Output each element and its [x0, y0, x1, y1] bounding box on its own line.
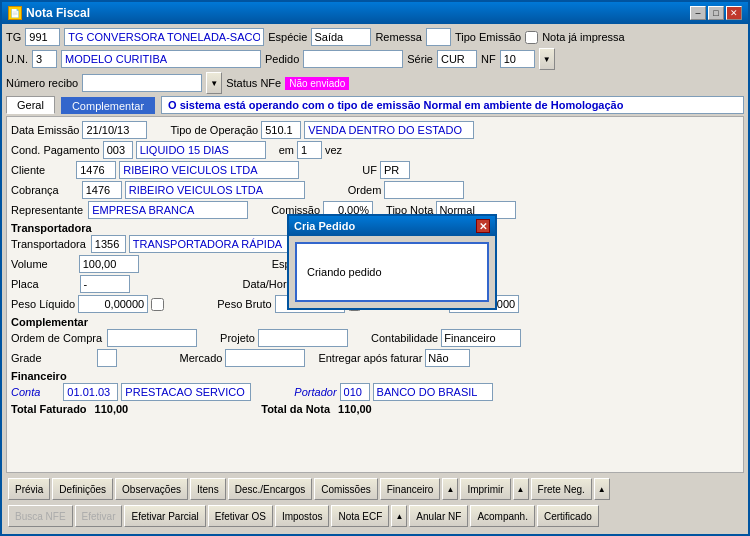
modal-title-text: Cria Pedido	[294, 220, 355, 232]
imprimir-button[interactable]: Imprimir	[460, 478, 510, 500]
top-row-2: U.N. Pedido Série NF ▼	[6, 48, 744, 70]
efetivar-os-button[interactable]: Efetivar OS	[208, 505, 273, 527]
cliente-name-input[interactable]	[119, 161, 299, 179]
tg-label: TG	[6, 31, 21, 43]
cliente-code-input[interactable]	[76, 161, 116, 179]
placa-input[interactable]	[80, 275, 130, 293]
ordem-compra-input[interactable]	[107, 329, 197, 347]
cond-pagamento-code-input[interactable]	[103, 141, 133, 159]
pedido-label: Pedido	[265, 53, 299, 65]
nota-ja-impressa-label: Nota já impressa	[542, 31, 625, 43]
data-emissao-input[interactable]	[82, 121, 147, 139]
transportadora-code-input[interactable]	[91, 235, 126, 253]
complementar-section-header: Complementar	[11, 316, 739, 328]
volume-input[interactable]	[79, 255, 139, 273]
maximize-button[interactable]: □	[708, 6, 724, 20]
tipo-operacao-code-input[interactable]	[261, 121, 301, 139]
pedido-input[interactable]	[303, 50, 403, 68]
representante-input[interactable]	[88, 201, 248, 219]
acompanh-button[interactable]: Acompanh.	[470, 505, 535, 527]
mercado-label: Mercado	[180, 352, 223, 364]
previa-button[interactable]: Prévia	[8, 478, 50, 500]
em-input[interactable]	[297, 141, 322, 159]
impostos-button[interactable]: Impostos	[275, 505, 330, 527]
cond-pagamento-name-input[interactable]	[136, 141, 266, 159]
contabilidade-label: Contabilidade	[371, 332, 438, 344]
close-button[interactable]: ✕	[726, 6, 742, 20]
ordem-input[interactable]	[384, 181, 464, 199]
busca-nfe-button[interactable]: Busca NFE	[8, 505, 73, 527]
contabilidade-dropdown[interactable]: Financeiro	[441, 329, 521, 347]
certificado-button[interactable]: Certificado	[537, 505, 599, 527]
uf-label: UF	[362, 164, 377, 176]
form-row-cliente: Cliente UF	[11, 161, 739, 179]
remessa-label: Remessa	[375, 31, 421, 43]
financeiro-button[interactable]: Financeiro	[380, 478, 441, 500]
cobranca-name-input[interactable]	[125, 181, 305, 199]
definicoes-button[interactable]: Definições	[52, 478, 113, 500]
remessa-input[interactable]	[426, 28, 451, 46]
entregar-apos-dropdown-wrapper: Não	[425, 349, 470, 367]
total-nota-label: Total da Nota	[261, 403, 330, 415]
comissoes-button[interactable]: Comissões	[314, 478, 377, 500]
itens-button[interactable]: Itens	[190, 478, 226, 500]
transportadora-name-input[interactable]	[129, 235, 289, 253]
representante-label: Representante	[11, 204, 83, 216]
peso-liquido-input[interactable]	[78, 295, 148, 313]
un-name-input[interactable]	[61, 50, 261, 68]
nf-input[interactable]	[500, 50, 535, 68]
cobranca-code-input[interactable]	[82, 181, 122, 199]
form-row-complementar: Ordem de Compra Projeto Contabilidade Fi…	[11, 329, 739, 347]
nota-ecf-button[interactable]: Nota ECF	[331, 505, 389, 527]
serie-input[interactable]	[437, 50, 477, 68]
cond-pagamento-label: Cond. Pagamento	[11, 144, 100, 156]
numero-recibo-input[interactable]	[82, 74, 202, 92]
recibo-arrow-button[interactable]: ▼	[206, 72, 222, 94]
nota-ja-impressa-checkbox[interactable]	[525, 31, 538, 44]
nota-ecf-arrow-button[interactable]: ▲	[391, 505, 407, 527]
app-icon: 📄	[8, 6, 22, 20]
projeto-input[interactable]	[258, 329, 348, 347]
modal-window: Cria Pedido ✕ Criando pedido	[287, 214, 497, 310]
tg-name-input[interactable]	[64, 28, 264, 46]
anular-nf-button[interactable]: Anular NF	[409, 505, 468, 527]
modal-close-button[interactable]: ✕	[476, 219, 490, 233]
mercado-input[interactable]	[225, 349, 305, 367]
total-nota-value: 110,00	[338, 403, 372, 415]
contabilidade-dropdown-wrapper: Financeiro	[441, 329, 521, 347]
tg-code-input[interactable]	[25, 28, 60, 46]
especie-dropdown[interactable]: Saída	[311, 28, 371, 46]
peso-liquido-checkbox[interactable]	[151, 298, 164, 311]
nf-arrow-button[interactable]: ▼	[539, 48, 555, 70]
total-faturado-label: Total Faturado	[11, 403, 87, 415]
tab-complementar[interactable]: Complementar	[61, 97, 155, 114]
tipo-operacao-name-input[interactable]	[304, 121, 474, 139]
desc-encargos-button[interactable]: Desc./Encargos	[228, 478, 313, 500]
portador-name-input[interactable]	[373, 383, 493, 401]
tipo-emissao-label: Tipo Emissão	[455, 31, 521, 43]
grade-label: Grade	[11, 352, 42, 364]
form-row-cobranca: Cobrança Ordem	[11, 181, 739, 199]
form-row-financeiro: Conta Portador	[11, 383, 739, 401]
portador-code-input[interactable]	[340, 383, 370, 401]
uf-input[interactable]	[380, 161, 410, 179]
conta-name-input[interactable]	[121, 383, 251, 401]
status-message: O sistema está operando com o tipo de em…	[161, 96, 744, 114]
frete-neg-button[interactable]: Frete Neg.	[531, 478, 592, 500]
observacoes-button[interactable]: Observações	[115, 478, 188, 500]
frete-neg-arrow-button[interactable]: ▲	[594, 478, 610, 500]
conta-code-input[interactable]	[63, 383, 118, 401]
entregar-apos-dropdown[interactable]: Não	[425, 349, 470, 367]
nf-label: NF	[481, 53, 496, 65]
grade-input[interactable]	[97, 349, 117, 367]
efetivar-button[interactable]: Efetivar	[75, 505, 123, 527]
efetivar-parcial-button[interactable]: Efetivar Parcial	[124, 505, 205, 527]
imprimir-arrow-button[interactable]: ▲	[513, 478, 529, 500]
tab-geral[interactable]: Geral	[6, 96, 55, 114]
un-code-input[interactable]	[32, 50, 57, 68]
entregar-apos-label: Entregar após faturar	[318, 352, 422, 364]
un-label: U.N.	[6, 53, 28, 65]
minimize-button[interactable]: –	[690, 6, 706, 20]
financeiro-arrow-button[interactable]: ▲	[442, 478, 458, 500]
numero-recibo-label: Número recibo	[6, 77, 78, 89]
